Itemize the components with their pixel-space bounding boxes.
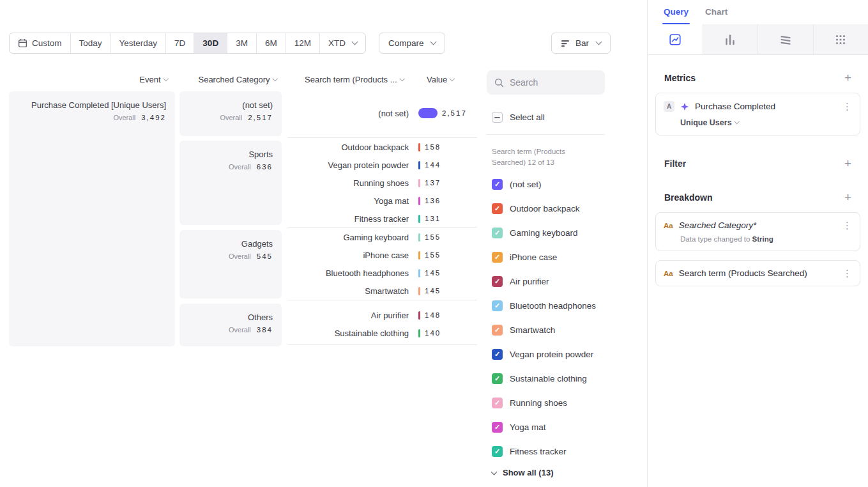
compare-button[interactable]: Compare <box>379 33 446 54</box>
column-header-search-term[interactable]: Search term (Products ... <box>287 75 404 84</box>
term-value: 155 <box>425 251 441 259</box>
range-7d-button[interactable]: 7D <box>166 33 194 53</box>
report-type-retention[interactable] <box>814 24 868 54</box>
category-card[interactable]: Others Overall 384 <box>179 304 282 346</box>
filter-title: Filter <box>664 158 686 169</box>
filter-section-header: Filter + <box>655 157 860 169</box>
term-label: Bluetooth headphones <box>287 268 409 278</box>
add-filter-button[interactable]: + <box>844 157 851 169</box>
date-range-toolbar: Custom Today Yesterday 7D 30D 3M 6M 12M … <box>9 33 445 54</box>
legend-item[interactable]: Gaming keyboard <box>492 220 596 245</box>
term-bar[interactable] <box>418 329 420 337</box>
checked-checkbox-icon <box>492 228 503 238</box>
term-bar[interactable] <box>418 108 438 118</box>
column-header-value[interactable]: Value <box>427 75 465 84</box>
kebab-menu-icon[interactable]: ⋮ <box>842 220 852 230</box>
term-row: Outdoor backpack 158 <box>287 138 477 156</box>
tab-query[interactable]: Query <box>664 7 689 24</box>
column-header-event[interactable]: Event <box>9 75 167 84</box>
term-row: Running shoes 137 <box>287 174 477 192</box>
term-bar[interactable] <box>418 215 420 223</box>
term-label: Air purifier <box>287 311 409 320</box>
select-all-toggle[interactable]: Select all <box>492 112 545 123</box>
legend-item[interactable]: Bluetooth headphones <box>492 293 596 318</box>
breakdown-property-name: Searched Category* <box>679 220 837 230</box>
legend-item[interactable]: Vegan protein powder <box>492 342 596 366</box>
breakdown-note: Data type changed to String <box>680 235 852 243</box>
report-type-strip <box>648 24 868 55</box>
line-chart-icon <box>669 33 681 46</box>
term-label: Smartwatch <box>287 286 409 296</box>
search-icon <box>494 78 504 88</box>
legend-item[interactable]: Smartwatch <box>492 318 596 342</box>
range-yesterday-button[interactable]: Yesterday <box>111 33 167 53</box>
term-label: Vegan protein powder <box>287 160 409 170</box>
term-bar[interactable] <box>418 311 420 320</box>
range-3m-button[interactable]: 3M <box>227 33 257 53</box>
term-group-not-set: (not set) 2,517 <box>287 91 477 138</box>
legend-item[interactable]: iPhone case <box>492 245 596 269</box>
legend-item[interactable]: (not set) <box>492 172 596 196</box>
metrics-title: Metrics <box>664 73 696 83</box>
show-all-link[interactable]: Show all (13) <box>492 468 553 477</box>
category-card[interactable]: Gadgets Overall 545 <box>179 230 282 298</box>
range-today-button[interactable]: Today <box>71 33 111 53</box>
range-12m-button[interactable]: 12M <box>286 33 320 53</box>
overall-label: Overall <box>220 114 242 121</box>
term-bar[interactable] <box>418 233 420 242</box>
breakdown-card[interactable]: Aa Search term (Products Searched) ⋮ <box>655 260 860 286</box>
term-label: Gaming keyboard <box>287 233 409 242</box>
aggregation-dropdown[interactable]: Unique Users <box>680 118 852 127</box>
bar-chart-icon <box>561 39 570 48</box>
category-card[interactable]: (not set) Overall 2,517 <box>179 91 282 136</box>
string-property-icon: Aa <box>664 270 673 277</box>
column-header-searched-category[interactable]: Searched Category <box>179 75 277 84</box>
term-bar[interactable] <box>418 269 420 277</box>
term-bar[interactable] <box>418 251 420 259</box>
legend-item[interactable]: Yoga mat <box>492 415 596 439</box>
term-bar[interactable] <box>418 197 420 205</box>
tab-chart[interactable]: Chart <box>705 7 727 24</box>
add-breakdown-button[interactable]: + <box>844 191 851 203</box>
overall-value: 3,492 <box>141 114 166 121</box>
chart-type-dropdown[interactable]: Bar <box>551 33 611 54</box>
bar-chart-icon <box>724 33 736 46</box>
chart-type-label: Bar <box>575 38 589 48</box>
term-value: 158 <box>425 143 441 151</box>
add-metric-button[interactable]: + <box>844 72 851 84</box>
event-card[interactable]: Purchase Completed [Unique Users] Overal… <box>9 91 175 346</box>
term-row: Fitness tracker 131 <box>287 210 477 228</box>
term-row: Yoga mat 136 <box>287 192 477 210</box>
legend-item[interactable]: Running shoes <box>492 390 596 415</box>
legend-item[interactable]: Air purifier <box>492 269 596 293</box>
report-type-flows[interactable] <box>758 24 814 54</box>
custom-range-button[interactable]: Custom <box>10 33 71 53</box>
breakdown-card[interactable]: Aa Searched Category* ⋮ Data type change… <box>655 212 860 251</box>
legend-item[interactable]: Sustainable clothing <box>492 366 596 390</box>
term-bar[interactable] <box>418 179 420 187</box>
term-row: iPhone case 155 <box>287 246 477 264</box>
term-label: Fitness tracker <box>287 214 409 224</box>
breakdown-title: Breakdown <box>664 192 712 203</box>
legend-item[interactable]: Fitness tracker <box>492 439 596 463</box>
range-xtd-button[interactable]: XTD <box>320 33 365 53</box>
metric-card[interactable]: A Purchase Completed ⋮ Unique Users <box>655 93 860 135</box>
search-input[interactable] <box>510 77 593 88</box>
term-row: (not set) 2,517 <box>287 104 477 122</box>
legend-item[interactable]: Outdoor backpack <box>492 196 596 220</box>
chevron-down-icon <box>491 469 498 475</box>
range-6m-button[interactable]: 6M <box>257 33 286 53</box>
report-type-insights[interactable] <box>648 24 703 54</box>
term-bar[interactable] <box>418 161 420 169</box>
kebab-menu-icon[interactable]: ⋮ <box>842 102 852 111</box>
term-bar[interactable] <box>418 287 420 295</box>
category-card[interactable]: Sports Overall 636 <box>179 141 282 225</box>
term-bar[interactable] <box>418 143 420 151</box>
range-30d-button[interactable]: 30D <box>194 33 227 53</box>
report-type-funnels[interactable] <box>703 24 759 54</box>
kebab-menu-icon[interactable]: ⋮ <box>842 268 852 278</box>
chevron-down-icon <box>430 39 437 45</box>
term-value: 137 <box>425 179 441 187</box>
date-range-segmented-control: Custom Today Yesterday 7D 30D 3M 6M 12M … <box>9 33 366 54</box>
term-group-sports: Outdoor backpack 158 Vegan protein powde… <box>287 138 477 228</box>
